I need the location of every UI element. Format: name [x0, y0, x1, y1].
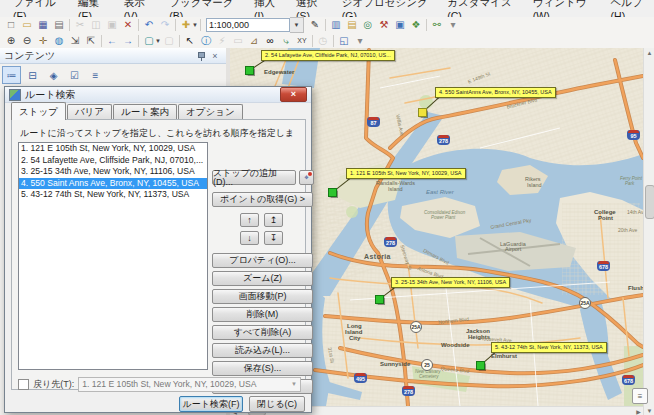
move-top-button[interactable]: ↥	[264, 213, 283, 227]
return-to-checkbox[interactable]	[18, 379, 29, 390]
map-callout-stop-1[interactable]: 1. 121 E 105th St, New York, NY, 10029, …	[346, 168, 466, 179]
tab-options[interactable]: オプション	[178, 104, 243, 120]
table-of-contents-icon[interactable]: ▥	[328, 18, 344, 32]
stop-list-item[interactable]: 3. 25-15 34th Ave, New York, NY, 11106, …	[19, 166, 207, 178]
map-callout-stop-5[interactable]: 5. 43-12 74th St, New York, NY, 11373, U…	[491, 342, 607, 353]
map-marker-stop-3[interactable]	[375, 295, 384, 304]
contents-panel-header[interactable]: コンテンツ ×	[0, 48, 226, 64]
identify-icon[interactable]: ⓘ	[198, 34, 214, 48]
toolbar-overflow-icon[interactable]: ▾	[445, 18, 461, 32]
toolbar2-overflow-icon[interactable]: ▾	[352, 34, 368, 48]
stop-list-item[interactable]: 2. 54 Lafayette Ave, Cliffside Park, NJ,…	[19, 155, 207, 167]
map-marker-stop-4[interactable]	[418, 108, 427, 117]
paste-icon: ▣	[104, 18, 120, 32]
properties-button[interactable]: プロパティ(O)...	[212, 253, 313, 268]
full-extent-icon[interactable]: ◍	[51, 34, 67, 48]
delete-button[interactable]: 削除(M)	[212, 307, 313, 322]
fixed-zoom-out-icon[interactable]: ⇱	[83, 34, 99, 48]
python-window-icon[interactable]: ▣	[392, 18, 408, 32]
go-to-xy-icon[interactable]: XY	[294, 34, 310, 48]
add-data-icon-dropdown[interactable]: ▼	[192, 22, 198, 28]
scroll-down-icon[interactable]: ▼	[645, 406, 654, 415]
map-marker-stop-1[interactable]	[328, 188, 337, 197]
map-overview-button[interactable]: ≡	[632, 388, 648, 404]
move-bottom-button[interactable]: ↧	[264, 231, 283, 245]
pan-button[interactable]: 画面移動(P)	[212, 289, 313, 304]
save-icon[interactable]: ▦	[35, 18, 51, 32]
back-extent-icon[interactable]: ←	[104, 34, 120, 48]
dialog-title: ルート検索	[25, 88, 276, 102]
scroll-up-icon[interactable]: ▲	[645, 48, 654, 57]
find-icon[interactable]: ∞	[262, 34, 278, 48]
print-icon[interactable]: ▤	[51, 18, 67, 32]
tab-directions[interactable]: ルート案内	[113, 104, 177, 120]
fixed-zoom-in-icon[interactable]: ⇲	[67, 34, 83, 48]
editor-toolbar-icon[interactable]: ✎	[307, 18, 323, 32]
dialog-title-bar[interactable]: ルート検索 ×	[5, 87, 311, 103]
options-icon[interactable]: ≡	[86, 66, 105, 84]
map-callout-stop-3[interactable]: 3. 25-15 34th Ave, New York, NY, 11106, …	[391, 277, 510, 288]
move-up-button[interactable]: ↑	[240, 213, 259, 227]
standard-toolbar: □▭▦▤✂◫▣✕↶↷✚▼ ▼ ✎▥▤◎⚒▣❖⚯▾	[0, 17, 654, 34]
get-points-button[interactable]: ポイントの取得(G) >	[212, 192, 313, 207]
stop-list-item[interactable]: 4. 550 Saint Anns Ave, Bronx, NY, 10455,…	[19, 178, 207, 190]
map-marker-stop-5[interactable]	[476, 361, 485, 370]
schematics-icon[interactable]: ⚯	[429, 18, 445, 32]
map-scale-input[interactable]	[206, 18, 290, 32]
time-slider-icon: ◷	[315, 34, 331, 48]
stop-list-item[interactable]: 1. 121 E 105th St, New York, NY, 10029, …	[19, 143, 207, 155]
find-route-button[interactable]: ルート検索(F)	[179, 396, 243, 412]
delete-all-button[interactable]: すべて削除(A)	[212, 325, 313, 340]
save-button[interactable]: 保存(S)...	[212, 361, 313, 376]
copy-icon: ◫	[88, 18, 104, 32]
measure-icon[interactable]: ⊿	[246, 34, 262, 48]
map-marker-stop-2[interactable]	[245, 66, 254, 75]
close-panel-icon[interactable]: ×	[208, 50, 222, 62]
tab-barriers[interactable]: バリア	[67, 104, 112, 120]
route-dialog-icon	[9, 89, 21, 101]
new-document-icon[interactable]: □	[3, 18, 19, 32]
add-stop-tool-button[interactable]: ⌖	[299, 170, 314, 185]
arctoolbox-icon[interactable]: ⚒	[376, 18, 392, 32]
list-by-source-icon[interactable]: ⊟	[23, 66, 42, 84]
html-popup-icon: ▭	[230, 34, 246, 48]
scale-dropdown-icon[interactable]: ▼	[290, 17, 304, 33]
find-route-icon[interactable]: ⤷	[278, 34, 294, 48]
vertical-scroll-thumb[interactable]	[645, 185, 654, 219]
zoom-out-icon[interactable]: ⊖	[19, 34, 35, 48]
undo-icon[interactable]: ↶	[141, 18, 157, 32]
map-vertical-scrollbar[interactable]: ▲ ▼	[643, 48, 654, 415]
open-folder-icon[interactable]: ▭	[19, 18, 35, 32]
tab-stops[interactable]: ストップ	[11, 102, 66, 120]
scroll-right-icon[interactable]: ▶	[634, 407, 643, 415]
viewer-window-icon[interactable]: ◱	[336, 34, 352, 48]
list-by-visibility-icon[interactable]: ◈	[44, 66, 63, 84]
pan-icon[interactable]: ✛	[35, 34, 51, 48]
dialog-tabs: ストップバリアルート案内オプション	[11, 105, 244, 120]
list-by-selection-icon[interactable]: ☑	[65, 66, 84, 84]
map-callout-stop-4[interactable]: 4. 550 SaintAnns Ave, Bronx, NY, 10455, …	[435, 87, 556, 98]
find-route-dialog: ルート検索 × ストップバリアルート案内オプション ルートに沿ってストップを指定…	[4, 86, 312, 413]
add-stop-button[interactable]: ストップの追加(D)...	[212, 170, 296, 185]
dialog-close-button[interactable]: ×	[280, 87, 307, 102]
dialog-close-action-button[interactable]: 閉じる(C)	[249, 396, 305, 412]
combo-dropdown-icon: ▼	[291, 381, 297, 387]
forward-extent-icon[interactable]: →	[120, 34, 136, 48]
stops-tab-page: ルートに沿ってストップを指定し、これらを訪れる順序を指定します。 1. 121 …	[11, 119, 306, 390]
return-to-combo[interactable]: 1. 121 E 105th St, New York, NY, 10029, …	[78, 377, 301, 392]
modelbuilder-icon[interactable]: ❖	[408, 18, 424, 32]
stops-listbox[interactable]: 1. 121 E 105th St, New York, NY, 10029, …	[18, 142, 208, 370]
zoom-in-icon[interactable]: ⊕	[3, 34, 19, 48]
map-callout-stop-2[interactable]: 2. 54 Lafayette Ave, Cliffside Park, NJ,…	[261, 50, 395, 61]
select-elements-icon[interactable]: ↖	[182, 34, 198, 48]
contents-panel-title: コンテンツ	[4, 49, 194, 63]
move-down-button[interactable]: ↓	[240, 231, 259, 245]
stop-list-item[interactable]: 5. 43-12 74th St, New York, NY, 11373, U…	[19, 189, 207, 201]
catalog-window-icon[interactable]: ▤	[344, 18, 360, 32]
list-by-drawing-order-icon[interactable]: ≔	[2, 66, 21, 84]
delete-icon[interactable]: ✕	[120, 18, 136, 32]
search-window-icon[interactable]: ◎	[360, 18, 376, 32]
auto-hide-pin-icon[interactable]	[194, 50, 208, 62]
zoom-button[interactable]: ズーム(Z)	[212, 271, 313, 286]
load-button[interactable]: 読み込み(L)...	[212, 343, 313, 358]
